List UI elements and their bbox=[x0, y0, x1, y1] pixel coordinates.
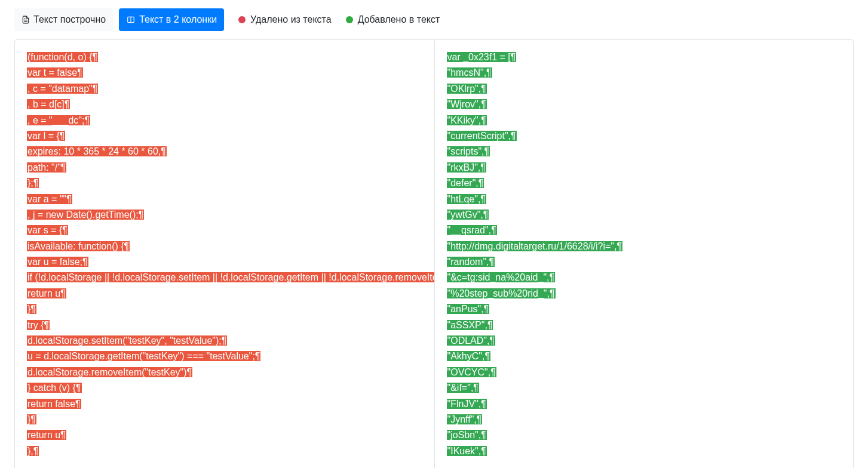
diff-line: var a = ""¶ bbox=[27, 192, 422, 207]
added-text: "ywtGv",¶ bbox=[447, 210, 489, 220]
mode-line-label: Текст построчно bbox=[33, 13, 106, 27]
diff-line: , j = new Date().getTime();¶ bbox=[27, 207, 422, 223]
diff-line: "&c=tg:sid_na%20aid_",¶ bbox=[447, 270, 842, 285]
diff-line: isAvailable: function() {¶ bbox=[27, 239, 422, 254]
diff-line: } catch (v) {¶ bbox=[27, 380, 422, 396]
added-text: var _0x23f1 = [¶ bbox=[447, 52, 517, 62]
removed-text: var s = {¶ bbox=[27, 225, 68, 235]
removed-text: } catch (v) {¶ bbox=[27, 383, 82, 393]
removed-text: (function(d, o) {¶ bbox=[27, 52, 98, 62]
diff-line: "%20step_sub%20rid_",¶ bbox=[447, 286, 842, 301]
diff-line: "currentScript",¶ bbox=[447, 128, 842, 144]
added-text: "&c=tg:sid_na%20aid_",¶ bbox=[447, 272, 556, 282]
legend-removed: Удалено из текста bbox=[238, 14, 332, 25]
diff-line: "Jynff",¶ bbox=[447, 412, 842, 427]
diff-line: (function(d, o) {¶ bbox=[27, 50, 422, 65]
diff-line: , c = "datamap"¶ bbox=[27, 81, 422, 97]
removed-text: u = d.localStorage.getItem("testKey") ==… bbox=[27, 351, 260, 361]
mode-columns-label: Текст в 2 колонки bbox=[139, 13, 217, 27]
diff-line: try {¶ bbox=[27, 318, 422, 333]
diff-right-column: var _0x23f1 = [¶"hmcsN",¶"OKlrp",¶"Wjrov… bbox=[434, 40, 854, 468]
mode-columns-button[interactable]: Текст в 2 колонки bbox=[119, 8, 224, 31]
removed-text: return false¶ bbox=[27, 399, 81, 409]
added-text: "http://dmg.digitaltarget.ru/1/6628/i/i?… bbox=[447, 241, 623, 251]
removed-text: isAvailable: function() {¶ bbox=[27, 241, 130, 251]
diff-line: var u = false;¶ bbox=[27, 254, 422, 270]
added-text: "defer",¶ bbox=[447, 178, 484, 188]
added-text: "Wjrov",¶ bbox=[447, 99, 487, 109]
removed-text: },¶ bbox=[27, 446, 39, 456]
diff-line: }¶ bbox=[27, 301, 422, 317]
mode-line-button[interactable]: Текст построчно bbox=[14, 8, 113, 31]
removed-text: return u¶ bbox=[27, 288, 66, 298]
diff-line: var s = {¶ bbox=[27, 223, 422, 238]
diff-line: if (!d.localStorage || !d.localStorage.s… bbox=[27, 270, 422, 285]
removed-text: expires: 10 * 365 * 24 * 60 * 60,¶ bbox=[27, 146, 167, 156]
diff-line: return false¶ bbox=[27, 396, 422, 412]
diff-line: "anPus",¶ bbox=[447, 301, 842, 317]
diff-line: "FlnJV",¶ bbox=[447, 396, 842, 412]
removed-text: path: "/"¶ bbox=[27, 162, 66, 173]
removed-text: , e = "___dc";¶ bbox=[27, 115, 90, 125]
diff-line: "http://dmg.digitaltarget.ru/1/6628/i/i?… bbox=[447, 239, 842, 254]
removed-text: d.localStorage.removeItem("testKey")¶ bbox=[27, 367, 192, 377]
toolbar: Текст построчно Текст в 2 колонки Удален… bbox=[0, 0, 868, 39]
added-text: "random",¶ bbox=[447, 257, 495, 267]
added-text: "&if=",¶ bbox=[447, 383, 479, 393]
dot-removed-icon bbox=[238, 16, 246, 23]
diff-line: var _0x23f1 = [¶ bbox=[447, 50, 842, 65]
legend-removed-label: Удалено из текста bbox=[250, 14, 332, 25]
removed-text: };¶ bbox=[27, 178, 39, 188]
added-text: "hmcsN",¶ bbox=[447, 67, 492, 78]
diff-line: "joSbn",¶ bbox=[447, 427, 842, 443]
diff-line: "defer",¶ bbox=[447, 176, 842, 191]
legend-added: Добавлено в текст bbox=[346, 14, 440, 25]
added-text: "ODLAD",¶ bbox=[447, 335, 496, 346]
added-text: "OVCYC",¶ bbox=[447, 367, 496, 377]
added-text: "rkxBJ",¶ bbox=[447, 162, 486, 173]
diff-line: return u¶ bbox=[27, 286, 422, 301]
added-text: "__qsrad",¶ bbox=[447, 225, 497, 235]
removed-text: if (!d.localStorage || !d.localStorage.s… bbox=[27, 272, 434, 282]
diff-line: "aSSXP",¶ bbox=[447, 318, 842, 333]
legend-added-label: Добавлено в текст bbox=[358, 14, 440, 25]
columns-icon bbox=[126, 16, 136, 24]
diff-line: "OKlrp",¶ bbox=[447, 81, 842, 97]
diff-line: "&if=",¶ bbox=[447, 380, 842, 396]
added-text: "anPus",¶ bbox=[447, 304, 490, 314]
added-text: "AkhyC",¶ bbox=[447, 351, 491, 361]
added-text: "OKlrp",¶ bbox=[447, 84, 487, 94]
diff-line: u = d.localStorage.getItem("testKey") ==… bbox=[27, 349, 422, 364]
added-text: "htLqe",¶ bbox=[447, 194, 486, 204]
added-text: "joSbn",¶ bbox=[447, 430, 487, 440]
diff-line: "rkxBJ",¶ bbox=[447, 160, 842, 176]
diff-line: "IKuek",¶ bbox=[447, 444, 842, 459]
added-text: "Jynff",¶ bbox=[447, 414, 483, 424]
added-text: "currentScript",¶ bbox=[447, 131, 517, 141]
diff-line: }¶ bbox=[27, 412, 422, 427]
diff-line: d.localStorage.removeItem("testKey")¶ bbox=[27, 365, 422, 380]
diff-line: return u¶ bbox=[27, 427, 422, 443]
removed-text: var u = false;¶ bbox=[27, 257, 88, 267]
diff-line: "Wjrov",¶ bbox=[447, 97, 842, 112]
diff-line: "scripts",¶ bbox=[447, 144, 842, 159]
diff-line: },¶ bbox=[27, 444, 422, 459]
diff-line: path: "/"¶ bbox=[27, 160, 422, 176]
diff-line: expires: 10 * 365 * 24 * 60 * 60,¶ bbox=[27, 144, 422, 159]
diff-line: , b = d[c]¶ bbox=[27, 97, 422, 112]
removed-text: var a = ""¶ bbox=[27, 194, 72, 204]
removed-text: d.localStorage.setItem("testKey", "testV… bbox=[27, 335, 227, 346]
removed-text: return u¶ bbox=[27, 430, 66, 440]
diff-line: "KKiky",¶ bbox=[447, 113, 842, 128]
file-text-icon bbox=[22, 16, 30, 24]
removed-text: , j = new Date().getTime();¶ bbox=[27, 210, 144, 220]
diff-line: "AkhyC",¶ bbox=[447, 349, 842, 364]
diff-line: "ywtGv",¶ bbox=[447, 207, 842, 223]
removed-text: , b = d[c]¶ bbox=[27, 99, 70, 109]
removed-text: , c = "datamap"¶ bbox=[27, 84, 98, 94]
removed-text: var l = {¶ bbox=[27, 131, 65, 141]
added-text: "KKiky",¶ bbox=[447, 115, 487, 125]
diff-area: (function(d, o) {¶var t = false¶, c = "d… bbox=[14, 39, 854, 468]
removed-text: try {¶ bbox=[27, 320, 50, 330]
removed-text: }¶ bbox=[27, 304, 36, 314]
